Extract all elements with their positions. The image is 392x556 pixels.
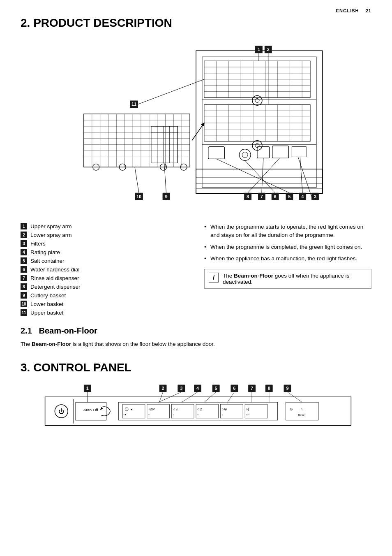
info-bold: Beam-on-Floor xyxy=(234,273,273,279)
parts-list-item: 5Salt container xyxy=(21,257,188,264)
bullet-item: When the appliance has a malfunction, th… xyxy=(204,255,371,263)
control-panel-diagram: 1 2 3 4 5 6 7 8 9 xyxy=(21,382,371,436)
part-label: Salt container xyxy=(30,258,65,264)
language-label: ENGLISH xyxy=(336,8,359,13)
svg-rect-65 xyxy=(272,146,289,158)
svg-line-105 xyxy=(164,163,166,192)
svg-text:○: ○ xyxy=(173,413,174,415)
part-number: 10 xyxy=(21,301,27,307)
parts-list-item: 2Lower spray arm xyxy=(21,232,188,238)
parts-list-item: 11Upper basket xyxy=(21,309,188,316)
svg-text:○: ○ xyxy=(222,413,224,415)
parts-list-item: 10Lower basket xyxy=(21,301,188,307)
part-number: 4 xyxy=(21,249,27,255)
svg-text:●: ● xyxy=(131,408,133,411)
part-label: Rating plate xyxy=(30,249,60,255)
part-label: Filters xyxy=(30,241,46,247)
part-number: 3 xyxy=(21,240,27,247)
part-number: 6 xyxy=(21,266,27,273)
svg-text:8: 8 xyxy=(247,194,249,199)
info-box: i The Beam-on-Floor goes off when the ap… xyxy=(204,269,371,289)
parts-list-item: 6Water hardness dial xyxy=(21,266,188,273)
page-header: ENGLISH 21 xyxy=(336,8,371,13)
part-number: 11 xyxy=(21,309,27,316)
svg-point-59 xyxy=(255,98,259,102)
svg-text:9: 9 xyxy=(286,386,288,391)
svg-text:1: 1 xyxy=(258,47,260,52)
svg-text:4: 4 xyxy=(196,386,199,391)
svg-text:⏻: ⏻ xyxy=(58,408,64,415)
subsection21-title: 2.1 Beam-on-Floor xyxy=(21,326,371,336)
svg-text:⊙: ⊙ xyxy=(290,407,293,411)
svg-text:7: 7 xyxy=(251,386,253,391)
part-number: 5 xyxy=(21,257,27,264)
svg-text:⊙P: ⊙P xyxy=(149,407,155,411)
svg-text:7: 7 xyxy=(261,194,263,199)
svg-rect-66 xyxy=(292,147,306,157)
svg-text:Reset: Reset xyxy=(298,413,305,416)
svg-text:2: 2 xyxy=(267,47,270,52)
svg-text:3: 3 xyxy=(180,386,182,391)
svg-text:6: 6 xyxy=(274,194,277,199)
svg-point-57 xyxy=(252,96,262,106)
svg-text:○⊙: ○⊙ xyxy=(197,407,203,411)
parts-list-item: 3Filters xyxy=(21,240,188,247)
section3-title: 3. CONTROL PANEL xyxy=(21,361,371,374)
svg-line-56 xyxy=(192,123,204,141)
info-icon: i xyxy=(209,273,219,283)
info-text: The Beam-on-Floor goes off when the appl… xyxy=(223,273,367,285)
svg-text:○●: ○● xyxy=(123,413,127,415)
svg-line-108 xyxy=(135,167,139,193)
svg-rect-64 xyxy=(257,147,270,158)
part-label: Rinse aid dispenser xyxy=(30,275,79,281)
page-number: 21 xyxy=(366,8,371,13)
svg-text:☆: ☆ xyxy=(300,407,303,411)
part-label: Cutlery basket xyxy=(30,292,66,299)
parts-list: 1Upper spray arm2Lower spray arm3Filters… xyxy=(21,223,188,318)
svg-text:○⊗: ○⊗ xyxy=(222,407,227,411)
part-number: 8 xyxy=(21,283,27,290)
svg-rect-36 xyxy=(84,114,190,167)
svg-point-136 xyxy=(125,408,128,411)
svg-text:Auto Off: Auto Off xyxy=(83,408,98,412)
content-area: 1Upper spray arm2Lower spray arm3Filters… xyxy=(21,223,371,318)
part-label: Lower basket xyxy=(30,301,63,307)
svg-point-62 xyxy=(239,149,251,161)
part-label: Upper basket xyxy=(30,310,63,316)
svg-text:○☆: ○☆ xyxy=(173,407,178,411)
svg-text:11: 11 xyxy=(131,102,136,107)
section2-title: 2. PRODUCT DESCRIPTION xyxy=(21,16,371,30)
svg-text:8: 8 xyxy=(268,386,270,391)
svg-point-63 xyxy=(242,152,248,158)
svg-text:6: 6 xyxy=(233,386,235,391)
part-number: 2 xyxy=(21,232,27,238)
svg-rect-0 xyxy=(196,51,323,194)
svg-text:2: 2 xyxy=(162,386,164,391)
svg-line-93 xyxy=(217,159,290,192)
product-diagram: 1 2 11 3 4 5 6 xyxy=(21,38,371,215)
parts-list-item: 9Cutlery basket xyxy=(21,292,188,299)
svg-rect-1 xyxy=(202,57,316,188)
svg-text:4: 4 xyxy=(301,194,304,199)
info-panel: When the programme starts to operate, th… xyxy=(204,223,371,318)
parts-list-item: 7Rinse aid dispenser xyxy=(21,275,188,281)
part-label: Water hardness dial xyxy=(30,266,80,273)
part-label: Detergent dispenser xyxy=(30,284,81,290)
part-number: 9 xyxy=(21,292,27,299)
svg-line-84 xyxy=(138,79,204,104)
svg-text:○: ○ xyxy=(148,413,150,415)
svg-text:3: 3 xyxy=(314,194,316,199)
bullet-item: When the programme starts to operate, th… xyxy=(204,223,371,240)
svg-rect-61 xyxy=(208,147,225,159)
part-number: 7 xyxy=(21,275,27,281)
svg-rect-135 xyxy=(122,404,145,418)
svg-text:○: ○ xyxy=(197,413,199,415)
parts-list-item: 1Upper spray arm xyxy=(21,223,188,229)
svg-text:5: 5 xyxy=(215,386,217,391)
parts-list-item: 8Detergent dispenser xyxy=(21,283,188,290)
beam-bold: Beam-on-Floor xyxy=(32,341,71,347)
svg-text:1: 1 xyxy=(86,386,89,391)
part-label: Lower spray arm xyxy=(30,232,72,238)
svg-text:9: 9 xyxy=(165,194,167,199)
part-number: 1 xyxy=(21,223,27,229)
